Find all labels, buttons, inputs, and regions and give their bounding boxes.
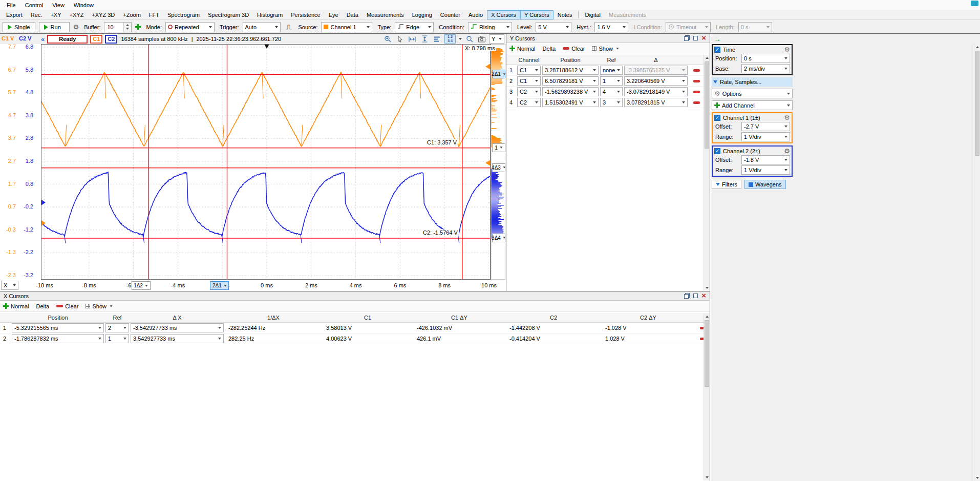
- view-menu-caret-icon[interactable]: [459, 38, 462, 40]
- channel2-badge[interactable]: C2: [105, 35, 117, 44]
- zoom-icon[interactable]: [465, 35, 474, 43]
- menu-window[interactable]: Window: [69, 1, 98, 9]
- config-panel-scrollbar[interactable]: [974, 44, 980, 481]
- tab-xyz-3d[interactable]: +XYZ 3D: [88, 10, 119, 19]
- y-cursor-tag[interactable]: 2Δ1: [492, 70, 505, 78]
- tab-y-cursors[interactable]: Y Cursors: [520, 10, 553, 19]
- channel2-gear-icon[interactable]: [784, 148, 790, 154]
- tab-export[interactable]: Export: [2, 10, 27, 19]
- tab-measurements[interactable]: Measurements: [363, 10, 408, 19]
- tab-data[interactable]: Data: [343, 10, 363, 19]
- remove-cursor-button[interactable]: [693, 101, 700, 104]
- y-cursor-tag[interactable]: 1: [492, 143, 505, 152]
- tab-xy[interactable]: +XY: [46, 10, 65, 19]
- x-cursor-position-select[interactable]: -5.329215565 ms: [12, 323, 104, 332]
- waveform-canvas[interactable]: [41, 44, 506, 280]
- forward-arrow-icon[interactable]: [714, 35, 721, 43]
- time-base-select[interactable]: 2 ms/div: [741, 64, 790, 73]
- undock-panel-icon[interactable]: [684, 293, 690, 299]
- fit-height-icon[interactable]: [420, 35, 429, 43]
- close-panel-icon[interactable]: [701, 35, 706, 41]
- menu-file[interactable]: File: [2, 1, 20, 9]
- tab-measurements[interactable]: Measurements: [605, 10, 650, 19]
- trigger-select[interactable]: Auto: [243, 22, 281, 32]
- x-cursor-ref-select[interactable]: 2: [105, 323, 129, 332]
- clear-y-cursors-button[interactable]: Clear: [563, 46, 585, 52]
- channel1-offset-select[interactable]: -2.7 V: [741, 122, 790, 131]
- channel1-checkbox[interactable]: [714, 115, 720, 121]
- zoom-in-icon[interactable]: [383, 35, 392, 43]
- menu-view[interactable]: View: [48, 1, 69, 9]
- tab-histogram[interactable]: Histogram: [253, 10, 287, 19]
- channel1-gear-icon[interactable]: [784, 114, 790, 121]
- x-show-menu-button[interactable]: Show: [86, 303, 113, 309]
- x-panel-scrollbar[interactable]: [704, 313, 710, 480]
- channel1-range-select[interactable]: 1 V/div: [741, 132, 790, 141]
- add-normal-y-cursor-button[interactable]: Normal: [509, 46, 535, 52]
- y-cursor-delta-select[interactable]: -3.3985765125 V: [624, 66, 688, 75]
- level-select[interactable]: 5 V: [536, 22, 571, 32]
- tab-zoom[interactable]: +Zoom: [119, 10, 145, 19]
- tab-xyz[interactable]: +XYZ: [66, 10, 88, 19]
- y-cursor-position-select[interactable]: -1.5629893238 V: [542, 87, 599, 96]
- filters-button[interactable]: Filters: [712, 180, 741, 189]
- tab-notes[interactable]: Notes: [553, 10, 577, 19]
- add-delta-y-cursor-button[interactable]: Delta: [542, 46, 556, 52]
- spinner-arrows[interactable]: [123, 23, 131, 32]
- fit-width-icon[interactable]: [408, 35, 417, 43]
- undock-panel-icon[interactable]: [684, 35, 690, 41]
- channel2-offset-select[interactable]: -1.8 V: [741, 155, 790, 164]
- buffer-spinner[interactable]: 10: [104, 22, 132, 32]
- app-corner-icon[interactable]: [971, 1, 978, 6]
- x-cursor-tag[interactable]: 2Δ1: [210, 281, 229, 290]
- tab-digital[interactable]: Digital: [581, 10, 605, 19]
- y-cursor-channel-select[interactable]: C2: [517, 98, 541, 107]
- remove-cursor-button[interactable]: [693, 69, 700, 72]
- tab-persistence[interactable]: Persistence: [287, 10, 324, 19]
- channel2-checkbox[interactable]: [714, 148, 720, 154]
- y-cursor-position-select[interactable]: 6.507829181 V: [542, 76, 599, 86]
- y-cursor-position-select[interactable]: 1.515302491 V: [542, 98, 599, 107]
- x-cursor-delta-select[interactable]: -3.542927733 ms: [131, 323, 224, 332]
- y-cursor-ref-select[interactable]: 3: [600, 98, 623, 107]
- menu-control[interactable]: Control: [20, 1, 48, 9]
- add-channel-select[interactable]: Add Channel: [712, 100, 793, 110]
- x-cursor-position-select[interactable]: -1.786287832 ms: [12, 334, 104, 343]
- snapshot-icon[interactable]: [477, 35, 486, 43]
- pointer-icon[interactable]: [395, 35, 404, 43]
- y-cursor-channel-select[interactable]: C1: [517, 66, 541, 75]
- tab-spectrogram[interactable]: Spectrogram: [163, 10, 204, 19]
- quad-view-icon[interactable]: 1 23 4: [444, 34, 456, 44]
- y-cursor-delta-select[interactable]: 3.078291815 V: [624, 98, 688, 107]
- tab-x-cursors[interactable]: X Cursors: [487, 10, 520, 19]
- add-delta-x-cursor-button[interactable]: Delta: [36, 303, 49, 309]
- add-normal-x-cursor-button[interactable]: Normal: [3, 303, 29, 309]
- single-button[interactable]: Single: [3, 22, 35, 32]
- y-cursor-ref-select[interactable]: 4: [600, 87, 623, 96]
- y-cursor-delta-select[interactable]: 3.220640569 V: [624, 76, 688, 86]
- tab-eye[interactable]: Eye: [325, 10, 343, 19]
- tab-logging[interactable]: Logging: [408, 10, 436, 19]
- run-button[interactable]: Run: [39, 22, 70, 32]
- wavegens-button[interactable]: Wavegens: [744, 180, 786, 189]
- time-checkbox[interactable]: [714, 47, 720, 53]
- close-panel-icon[interactable]: [701, 292, 706, 299]
- channel1-badge[interactable]: C1: [90, 35, 102, 44]
- time-gear-icon[interactable]: [784, 46, 790, 53]
- y-axis-select[interactable]: Y: [489, 34, 504, 44]
- x-axis-select[interactable]: X: [1, 281, 18, 290]
- y-cursor-delta-select[interactable]: -3.0782918149 V: [624, 87, 688, 96]
- remove-cursor-button[interactable]: [693, 80, 700, 82]
- y-cursor-tag[interactable]: 3Δ4: [492, 234, 505, 242]
- tab-counter[interactable]: Counter: [436, 10, 464, 19]
- y-cursor-ref-select[interactable]: none: [600, 66, 623, 75]
- y-cursor-tag[interactable]: 4Δ3: [492, 163, 505, 172]
- x-cursor-tag[interactable]: 1Δ2: [132, 281, 151, 290]
- type-select[interactable]: Edge: [395, 22, 434, 32]
- y-cursor-channel-select[interactable]: C1: [517, 76, 541, 86]
- y-show-menu-button[interactable]: Show: [592, 46, 619, 52]
- tab-rec[interactable]: Rec.: [27, 10, 47, 19]
- remove-cursor-button[interactable]: [693, 91, 700, 93]
- tab-spectrogram-3d[interactable]: Spectrogram 3D: [204, 10, 253, 19]
- channel2-range-select[interactable]: 1 V/div: [741, 165, 790, 175]
